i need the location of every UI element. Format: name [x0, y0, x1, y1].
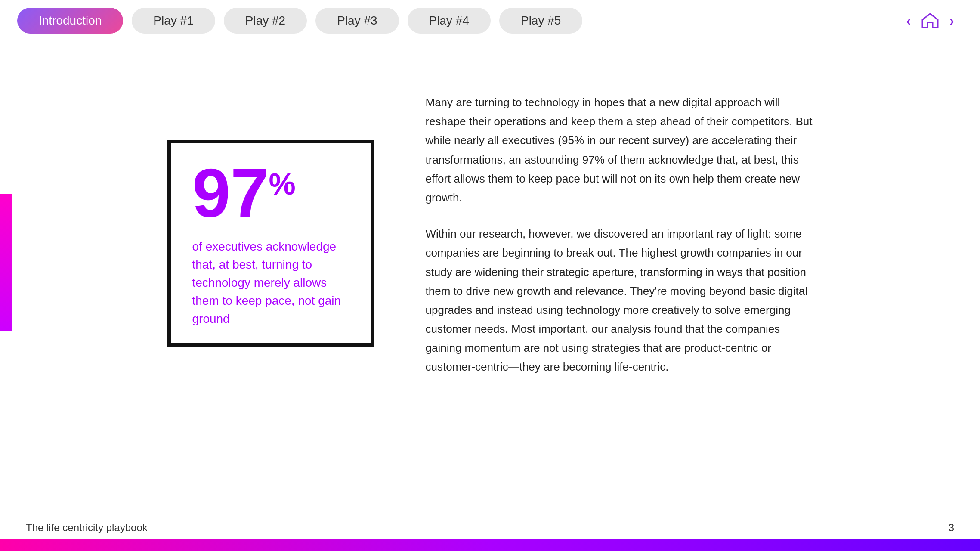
stat-card: 97 % of executives acknowledge that, at …: [167, 140, 374, 347]
paragraph-1: Many are turning to technology in hopes …: [426, 93, 813, 207]
stat-percent: %: [269, 167, 295, 201]
navigation-bar: Introduction Play #1 Play #2 Play #3 Pla…: [0, 0, 980, 41]
nav-controls: ‹ ›: [906, 10, 954, 31]
footer: The life centricity playbook 3: [0, 522, 980, 534]
home-button[interactable]: [919, 10, 941, 31]
stat-number: 97: [192, 158, 269, 227]
bottom-bar: [0, 539, 980, 551]
tab-introduction[interactable]: Introduction: [17, 8, 123, 34]
footer-page: 3: [949, 522, 954, 534]
tab-play3[interactable]: Play #3: [315, 8, 399, 34]
text-content: Many are turning to technology in hopes …: [426, 93, 813, 394]
footer-title: The life centricity playbook: [26, 522, 148, 534]
tab-play5[interactable]: Play #5: [499, 8, 582, 34]
paragraph-2: Within our research, however, we discove…: [426, 224, 813, 377]
tab-play1[interactable]: Play #1: [132, 8, 215, 34]
tab-play2[interactable]: Play #2: [224, 8, 307, 34]
sidebar-decoration: [0, 194, 12, 331]
tab-play4[interactable]: Play #4: [408, 8, 491, 34]
next-arrow[interactable]: ›: [949, 13, 954, 29]
main-content: 97 % of executives acknowledge that, at …: [0, 67, 980, 420]
prev-arrow[interactable]: ‹: [906, 13, 911, 29]
stat-description: of executives acknowledge that, at best,…: [192, 238, 347, 328]
